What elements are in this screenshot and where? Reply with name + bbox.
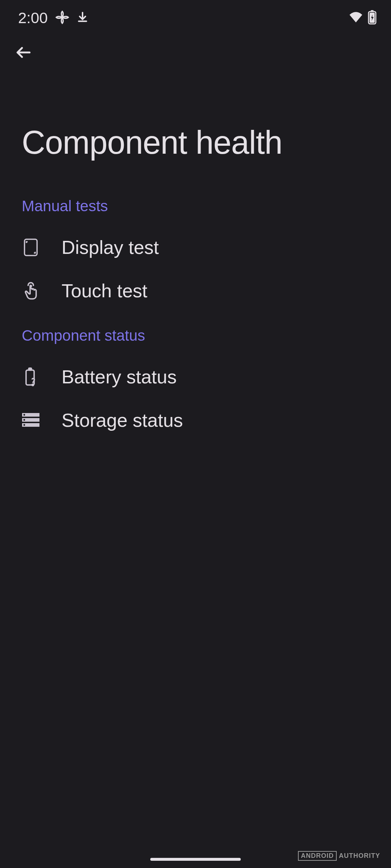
list-item-storage-status[interactable]: Storage status [0,399,391,442]
svg-point-4 [30,285,31,287]
svg-point-13 [24,424,25,426]
battery-charging-icon [368,10,377,26]
list-item-label: Touch test [62,280,147,302]
svg-rect-1 [371,10,374,12]
section-header-manual-tests: Manual tests [0,183,391,226]
storage-icon [22,411,40,429]
section-manual-tests: Manual tests Display test Touch test [0,183,391,312]
svg-point-11 [24,414,25,416]
section-component-status: Component status Battery status Storage … [0,312,391,442]
watermark: ANDROID AUTHORITY [298,851,380,861]
home-indicator[interactable] [150,858,241,861]
status-bar-left: 2:00 [18,9,88,27]
display-icon [22,238,40,256]
pinwheel-icon [55,10,70,26]
touch-icon [22,282,40,300]
svg-point-12 [24,419,25,421]
back-button[interactable] [0,33,47,70]
status-bar: 2:00 [0,0,391,33]
watermark-brand: ANDROID [298,851,337,861]
watermark-site: AUTHORITY [339,852,380,860]
list-item-display-test[interactable]: Display test [0,226,391,269]
list-item-label: Display test [62,237,159,258]
list-item-battery-status[interactable]: Battery status [0,355,391,399]
svg-rect-6 [29,368,31,370]
page-title: Component health [0,70,391,183]
battery-unknown-icon [22,368,40,386]
list-item-label: Storage status [62,409,183,431]
section-header-component-status: Component status [0,312,391,355]
wifi-icon [348,10,363,26]
status-time: 2:00 [18,9,48,27]
svg-point-7 [32,384,34,386]
arrow-left-icon [14,43,33,63]
list-item-label: Battery status [62,366,177,388]
list-item-touch-test[interactable]: Touch test [0,269,391,312]
download-icon [77,12,88,25]
status-bar-right [348,10,377,26]
